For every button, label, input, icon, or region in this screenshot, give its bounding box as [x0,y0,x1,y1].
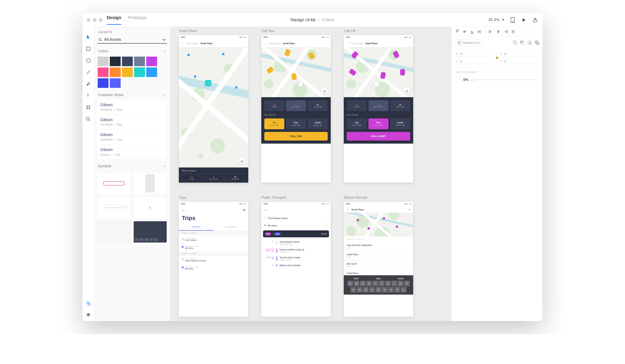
artboard-search-results[interactable]: 9:41••• ᯤ ▮ ←Sushi Place× SEARCH RESULTS… [344,202,413,317]
color-swatch[interactable] [98,57,109,66]
color-swatch[interactable] [110,78,121,88]
share-icon[interactable] [532,17,538,23]
color-swatch[interactable] [98,78,109,88]
zoom-select[interactable]: 42.4% [489,18,504,22]
svg-rect-52 [529,42,530,43]
add-color-button[interactable]: + [163,48,166,54]
call-ridy-button[interactable]: CALL A RIDY [347,132,410,141]
symbol-thumbnail[interactable]: 12345 [133,221,167,243]
play-icon[interactable] [521,17,527,23]
svg-point-12 [86,117,89,120]
opacity-value[interactable]: 0% [463,78,468,82]
color-swatch[interactable] [98,67,109,77]
symbol-thumbnail[interactable] [97,173,131,194]
locate-button[interactable]: ◎ [239,158,245,164]
call-taxi-button[interactable]: CALL TAXI [264,132,328,141]
char-style-item[interactable]: Gibson SemiBold — 16pt [97,129,167,145]
zoom-tool[interactable] [82,113,94,125]
symbol-thumbnail[interactable]: › [133,197,167,218]
tab-design[interactable]: Design [107,15,121,25]
svg-rect-31 [490,31,492,31]
repeat-grid-button[interactable]: Repeat Grid [455,39,482,46]
symbol-thumbnail[interactable] [133,173,167,194]
select-tool[interactable] [82,31,94,43]
color-swatch[interactable] [110,67,121,77]
symbol-thumbnail[interactable]: ←Your locationSushi Place [97,197,131,218]
color-swatch[interactable] [122,67,133,77]
svg-point-6 [88,84,88,85]
svg-text:T: T [87,93,89,98]
assets-icon[interactable] [82,298,94,309]
tab-upcoming[interactable]: UPCOMING [214,224,248,231]
artboard-lift[interactable]: 9:41••• ᯤ ▮ ←Your locationSushi Place ◎ [344,35,413,183]
artboard-title[interactable]: Call Lift [344,29,413,33]
canvas[interactable]: Sushi Place 9:41••• ᯤ ▮ ←Your locationSu… [170,27,451,321]
color-swatch[interactable] [122,57,133,66]
y-field[interactable]: Y0 [500,60,539,64]
artboard-public-transport[interactable]: 9:41••• ᯤ ▮ ← ○FromFresh Market Centre+ … [261,202,331,317]
color-swatch[interactable] [110,57,121,66]
symbol-thumbnail[interactable] [97,221,131,243]
color-swatch[interactable] [146,67,157,77]
artboard-title[interactable]: Search Results [344,196,413,200]
properties-panel: Repeat Grid W0 X0 H0 Y0 🔒 APPEARANCE [451,27,543,321]
opacity-icon [456,77,461,82]
char-style-item[interactable]: Gibson SemiBold — 40pt [97,100,167,115]
artboard-title[interactable]: Sushi Place [179,29,248,33]
add-symbol-button[interactable]: + [163,163,166,169]
color-swatch[interactable] [134,57,145,66]
assets-panel: ASSETS All Assets Colors + [94,27,170,321]
maximize-window[interactable] [99,18,102,22]
pen-tool[interactable] [82,78,94,90]
artboard-title[interactable]: Trips [179,196,248,200]
text-tool[interactable]: T [82,90,94,101]
align-top-icon[interactable] [455,29,460,34]
align-bottom-icon[interactable] [469,29,475,34]
lock-icon[interactable]: 🔒 [495,56,499,59]
artboard-title[interactable]: Call Taxi [261,29,331,33]
document-title: Navigo UI-kit — Edited [82,17,543,22]
all-assets-dropdown[interactable]: All Assets [97,36,167,44]
distribute-h-icon[interactable] [510,29,516,34]
distribute-v-icon[interactable] [477,29,482,34]
svg-rect-19 [456,30,457,32]
height-field[interactable]: H0 [456,60,494,64]
align-center-icon[interactable] [496,29,501,34]
align-right-icon[interactable] [503,29,508,34]
bool-intersect-icon[interactable] [527,40,532,45]
clear-icon[interactable]: × [409,208,410,211]
artboard-trips[interactable]: 9:41••• ᯤ ▮ ←≡ Trips HISTORY UPCOMING JA… [179,202,248,317]
bool-union-icon[interactable] [513,40,517,45]
tab-prototype[interactable]: Prototype [128,15,147,25]
bool-exclude-icon[interactable] [535,40,539,45]
assets-heading: ASSETS [94,27,170,36]
x-field[interactable]: X0 [500,52,539,57]
char-style-item[interactable]: Gibson SemiBold — 24pt [97,115,167,129]
color-swatch[interactable] [146,57,157,66]
artboard-title[interactable]: Public Transport [261,196,331,200]
minimize-window[interactable] [93,18,96,22]
artboard-taxi[interactable]: 9:41••• ᯤ ▮ ←Your locationSushi Place ◎ [261,35,331,183]
close-window[interactable] [87,18,90,22]
bool-subtract-icon[interactable] [520,40,525,45]
artboard-sushi[interactable]: 9:41••• ᯤ ▮ ←Your locationSushi Place 🍴 … [179,35,248,183]
device-preview-icon[interactable] [509,17,516,23]
color-swatch[interactable] [134,67,145,77]
align-middle-icon[interactable] [462,29,467,34]
filter-icon[interactable]: ≡ [243,208,245,212]
chevron-down-icon [162,39,166,41]
width-field[interactable]: W0 [456,52,494,57]
line-tool[interactable] [82,66,94,78]
opacity-slider[interactable] [471,79,539,80]
svg-point-15 [88,303,90,305]
char-style-item[interactable]: Gibson Regular — 14pt [97,145,167,159]
locate-button[interactable]: ◎ [404,88,410,94]
rectangle-tool[interactable] [82,43,94,55]
layers-icon[interactable] [82,309,94,321]
align-left-icon[interactable] [488,29,494,34]
locate-button[interactable]: ◎ [321,88,328,94]
ellipse-tool[interactable] [82,55,94,66]
tab-history[interactable]: HISTORY [179,224,214,231]
add-char-style-button[interactable]: + [163,92,166,98]
artboard-tool[interactable] [82,101,94,113]
